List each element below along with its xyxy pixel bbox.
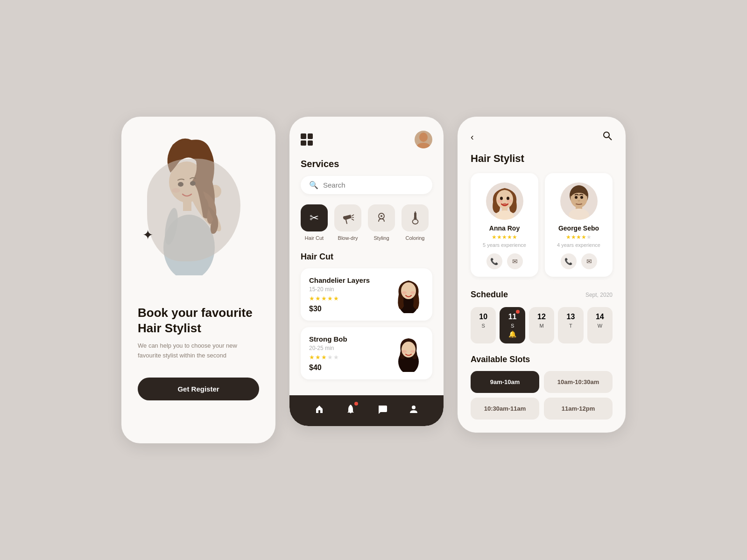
coloring-svg: [409, 211, 422, 224]
service-avatar-2-svg: [392, 335, 425, 372]
svg-point-21: [410, 291, 415, 294]
cal-bell-icon: 🔔: [508, 330, 516, 338]
screen1-text: Book your favourite Hair Stylist We can …: [135, 305, 261, 400]
services-title: Services: [301, 159, 432, 169]
nav-home-icon[interactable]: [314, 404, 325, 418]
styling-icon-box: [368, 204, 395, 231]
cal-day-10[interactable]: 10 S: [471, 307, 496, 343]
nav-profile-icon[interactable]: [408, 404, 419, 418]
nav-bell-badge: [354, 402, 358, 406]
anna-actions: 📞 ✉: [486, 253, 523, 269]
anna-avatar-svg: [486, 182, 523, 220]
svg-point-24: [402, 350, 407, 353]
screen2-header: [301, 131, 432, 148]
calendar-row: 10 S 11 S 🔔 12 M 13 T 14 W: [471, 307, 613, 343]
category-haircut[interactable]: ✂ Hair Cut: [301, 204, 328, 241]
anna-name: Anna Roy: [489, 224, 520, 232]
bottom-nav: [289, 395, 444, 426]
anna-email-button[interactable]: ✉: [507, 253, 523, 269]
service-stars-2: ★★★★★: [309, 354, 347, 361]
coloring-icon-box: [402, 204, 429, 231]
category-blowdry[interactable]: Blow-dry: [334, 204, 361, 241]
nav-bell-icon[interactable]: [345, 404, 356, 418]
search-bar[interactable]: 🔍: [301, 176, 432, 194]
service-avatar-1-svg: [392, 276, 425, 313]
svg-point-14: [381, 215, 382, 217]
service-name-2: Strong Bob: [309, 335, 347, 343]
cal-dot-11: [516, 310, 520, 314]
svg-point-26: [412, 406, 416, 409]
user-avatar[interactable]: [415, 131, 432, 148]
back-button[interactable]: ‹: [471, 132, 474, 142]
grid-dot: [301, 140, 306, 146]
george-stars: ★★★★★: [566, 234, 592, 240]
george-avatar-svg: [560, 182, 598, 220]
screen1-title: Book your favourite Hair Stylist: [138, 305, 259, 336]
blowdry-icon-box: [334, 204, 361, 231]
screen1-subtitle: We can help you to choose your new favou…: [138, 341, 259, 361]
service-stars-1: ★★★★★: [309, 295, 370, 302]
svg-point-34: [502, 203, 507, 206]
stylist-card-anna[interactable]: Anna Roy ★★★★★ 5 years experience 📞 ✉: [471, 173, 538, 277]
service-categories: ✂ Hair Cut Blow-dry: [301, 204, 432, 241]
screen2-content: Services 🔍 ✂ Hair Cut: [289, 117, 444, 395]
slot-11am[interactable]: 11am-12pm: [544, 398, 613, 420]
svg-point-27: [604, 132, 609, 138]
chat-svg: [377, 404, 388, 415]
cal-day-14[interactable]: 14 W: [587, 307, 613, 343]
cal-letter-12: M: [539, 323, 543, 329]
schedule-month: Sept, 2020: [585, 292, 613, 298]
slots-title: Available Slots: [471, 355, 613, 364]
schedule-header: Schedule Sept, 2020: [471, 290, 613, 300]
blowdry-label: Blow-dry: [338, 235, 358, 241]
category-styling[interactable]: Styling: [368, 204, 395, 241]
cal-num-12: 12: [537, 313, 546, 321]
svg-line-12: [352, 219, 354, 220]
george-actions: 📞 ✉: [561, 253, 597, 269]
sparkle-icon: ✦: [142, 229, 153, 242]
grid-icon[interactable]: [301, 133, 313, 146]
cal-letter-13: T: [569, 323, 572, 329]
service-time-2: 20-25 min: [309, 345, 347, 351]
service-card-2[interactable]: Strong Bob 20-25 min ★★★★★ $40: [301, 327, 432, 379]
svg-point-16: [413, 219, 418, 224]
cal-day-13[interactable]: 13 T: [558, 307, 583, 343]
george-call-button[interactable]: 📞: [561, 253, 577, 269]
anna-call-button[interactable]: 📞: [486, 253, 502, 269]
cal-day-12[interactable]: 12 M: [529, 307, 554, 343]
cal-letter-14: W: [598, 323, 602, 329]
service-card-1-info: Chandelier Layers 15-20 min ★★★★★ $30: [309, 276, 370, 313]
grid-dot: [308, 133, 313, 139]
screen2: Services 🔍 ✂ Hair Cut: [289, 117, 444, 426]
svg-point-9: [419, 133, 428, 142]
search-icon-s3: [602, 131, 613, 141]
svg-line-28: [609, 137, 612, 140]
slot-9am[interactable]: 9am-10am: [471, 371, 539, 393]
stylist-card-george[interactable]: George Sebo ★★★★★ 4 years experience 📞 ✉: [545, 173, 613, 277]
screen3-header: ‹: [471, 131, 613, 143]
slots-grid: 9am-10am 10am-10:30am 10:30am-11am 11am-…: [471, 371, 613, 420]
svg-line-10: [352, 215, 354, 216]
search-button[interactable]: [602, 131, 613, 143]
cal-letter-10: S: [482, 323, 485, 329]
slot-10am[interactable]: 10am-10:30am: [544, 371, 613, 393]
service-price-2: $40: [309, 364, 347, 372]
cal-num-13: 13: [567, 313, 575, 321]
register-button[interactable]: Get Register: [138, 378, 259, 400]
service-card-1[interactable]: Chandelier Layers 15-20 min ★★★★★ $30: [301, 268, 432, 321]
screens-container: ✦ Book your favourite Hair Stylist We ca…: [121, 117, 626, 443]
schedule-title: Schedule: [471, 290, 508, 300]
cal-num-10: 10: [479, 313, 487, 321]
search-input[interactable]: [323, 181, 424, 189]
category-coloring[interactable]: Coloring: [402, 204, 429, 241]
nav-chat-icon[interactable]: [377, 404, 388, 418]
grid-dot: [301, 133, 306, 139]
anna-stars: ★★★★★: [492, 234, 517, 240]
avatar-svg: [415, 131, 432, 148]
cal-day-11[interactable]: 11 S 🔔: [500, 307, 525, 343]
svg-point-40: [580, 196, 583, 199]
search-icon: 🔍: [309, 181, 318, 189]
george-email-button[interactable]: ✉: [581, 253, 597, 269]
styling-label: Styling: [374, 235, 389, 241]
slot-1030am[interactable]: 10:30am-11am: [471, 398, 539, 420]
